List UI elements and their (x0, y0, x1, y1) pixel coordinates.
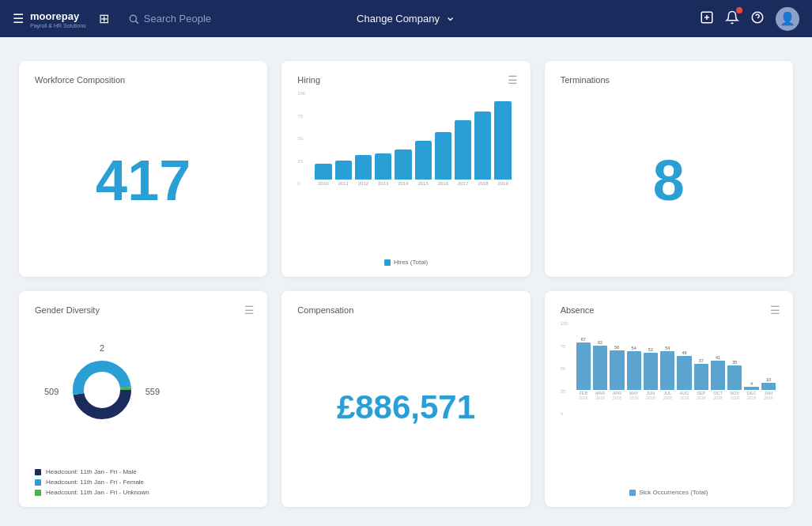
absence-bar-col: 10JAN2019 (761, 377, 776, 400)
hiring-bar (355, 155, 372, 180)
hiring-bar-col: 2017 (455, 120, 471, 186)
hiring-legend-label: Hires (Total) (394, 259, 428, 266)
absence-bar-year: 2018 (697, 395, 705, 400)
help-button[interactable] (750, 10, 765, 28)
hiring-bar-wrapper: 100 75 50 25 0 2010201120122013201420152… (297, 91, 514, 254)
absence-bar-col: 4DEC2018 (744, 381, 758, 400)
bar-year-label: 2011 (338, 181, 349, 186)
compensation-value: £886,571 (297, 318, 514, 496)
absence-legend-dot (629, 490, 636, 496)
bar-year-label: 2018 (478, 181, 488, 186)
gender-legend-item: Headcount: 11th Jan - Fri - Male (35, 468, 251, 475)
absence-bar-col: 54JUL2018 (660, 346, 674, 400)
grid-icon[interactable]: ⊞ (99, 11, 109, 26)
hiring-bar (415, 141, 432, 180)
terminations-value: 8 (561, 94, 777, 266)
hiring-bar-col: 2011 (335, 161, 352, 186)
absence-chart: 100 75 50 25 0 67FEB201862MAR201856APR20… (561, 321, 777, 496)
absence-bar-year: 2018 (747, 395, 756, 400)
hiring-legend-dot (384, 259, 391, 266)
gender-card: Gender Diversity ☰ 509 559 2 Headcount: … (19, 291, 267, 507)
absence-bars: 67FEB201862MAR201856APR201854MAY201852JU… (575, 321, 777, 400)
gender-donut-area: 509 559 2 (35, 321, 251, 462)
gender-legend-text: Headcount: 11th Jan - Fri - Male (46, 468, 137, 475)
terminations-card: Terminations 8 (545, 61, 793, 277)
male-count: 509 (44, 387, 59, 396)
absence-bar (694, 364, 708, 390)
search-icon (128, 13, 139, 25)
absence-bar-wrapper: 100 75 50 25 0 67FEB201862MAR201856APR20… (561, 321, 777, 484)
absence-bar-number: 48 (682, 350, 686, 355)
gender-legend-text: Headcount: 11th Jan - Fri - Unknown (46, 489, 149, 496)
gender-legend-color (35, 469, 41, 475)
svg-point-0 (130, 15, 136, 21)
workforce-value: 417 (35, 94, 251, 266)
absence-bar-year: 2018 (680, 395, 689, 400)
absence-bar (761, 383, 776, 390)
absence-bar-col: 35NOV2018 (727, 360, 742, 401)
hiring-bar (435, 132, 451, 180)
hiring-bar-col: 2019 (494, 101, 511, 186)
hiring-title: Hiring (297, 75, 514, 85)
bar-year-label: 2017 (458, 181, 468, 186)
svg-line-1 (135, 21, 138, 23)
absence-bar-col: 52JUN2018 (644, 347, 658, 400)
hiring-legend: Hires (Total) (297, 259, 514, 266)
company-selector[interactable]: Change Company (357, 13, 455, 25)
notifications-button[interactable] (725, 10, 739, 28)
absence-bar-number: 67 (581, 337, 586, 342)
absence-bar-year: 2018 (663, 395, 672, 400)
absence-menu-icon[interactable]: ☰ (770, 304, 780, 316)
absence-bar-year: 2019 (764, 395, 772, 400)
gender-legend-color (35, 479, 41, 486)
absence-bar-col: 56APR2018 (610, 345, 624, 400)
search-input[interactable] (144, 13, 270, 25)
hiring-bar-col: 2013 (375, 153, 391, 186)
hiring-chart: 100 75 50 25 0 2010201120122013201420152… (297, 91, 514, 266)
compensation-card: Compensation £886,571 (281, 291, 530, 507)
absence-bar-col: 54MAY2018 (627, 346, 641, 400)
gender-legend-color (35, 490, 41, 496)
hamburger-icon[interactable]: ☰ (13, 11, 24, 26)
absence-bar-year: 2018 (579, 395, 587, 400)
absence-legend-label: Sick Occurrences (Total) (639, 489, 708, 496)
hiring-bar-col: 2016 (435, 132, 451, 187)
hiring-y-labels: 100 75 50 25 0 (297, 91, 307, 186)
hiring-menu-icon[interactable]: ☰ (508, 74, 518, 86)
logo-area: ☰ moorepay Payroll & HR Solutions (13, 9, 86, 28)
hiring-bar (375, 153, 391, 180)
gender-title: Gender Diversity (35, 305, 251, 315)
absence-bar-year: 2018 (646, 395, 655, 400)
header-actions: 👤 (700, 7, 799, 31)
hiring-bar (315, 164, 331, 180)
chevron-down-icon (446, 14, 455, 24)
absence-card: Absence ☰ 100 75 50 25 0 67FEB201862MAR2… (545, 291, 793, 507)
absence-bar-year: 2018 (731, 395, 739, 400)
bar-year-label: 2013 (378, 181, 388, 186)
absence-y-labels: 100 75 50 25 0 (561, 321, 570, 416)
hiring-bar-col: 2012 (355, 155, 372, 186)
absence-bar-number: 10 (766, 377, 771, 382)
bar-year-label: 2012 (358, 181, 368, 186)
absence-bar (711, 361, 725, 390)
absence-legend: Sick Occurrences (Total) (561, 489, 777, 496)
gender-legend: Headcount: 11th Jan - Fri - MaleHeadcoun… (35, 462, 251, 496)
absence-bar (727, 365, 742, 391)
gender-legend-item: Headcount: 11th Jan - Fri - Female (35, 479, 251, 486)
absence-bar-number: 54 (665, 346, 670, 350)
avatar[interactable]: 👤 (776, 7, 799, 31)
bar-year-label: 2014 (398, 181, 408, 186)
donut-chart (66, 354, 138, 426)
gender-legend-text: Headcount: 11th Jan - Fri - Female (46, 479, 144, 486)
hiring-bar (474, 112, 491, 180)
gender-menu-icon[interactable]: ☰ (244, 304, 255, 316)
absence-bar (644, 353, 658, 390)
absence-bar-number: 41 (716, 355, 720, 360)
hiring-card: Hiring ☰ 100 75 50 25 0 2010201120122013… (281, 61, 530, 277)
hiring-bar-col: 2014 (395, 149, 411, 187)
donut-container: 509 559 2 (66, 354, 138, 429)
absence-bar-col: 62MAR2018 (593, 340, 607, 400)
add-button[interactable] (700, 10, 714, 28)
absence-bar (744, 387, 758, 390)
search-area (128, 13, 270, 25)
